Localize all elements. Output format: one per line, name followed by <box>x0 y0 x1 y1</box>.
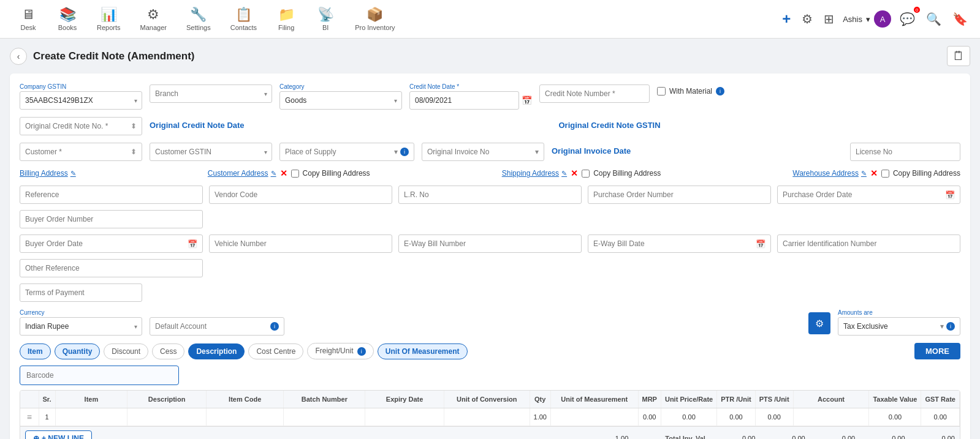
td-batch-number-input[interactable] <box>287 413 361 421</box>
shipping-address-clear-btn[interactable]: ✕ <box>571 168 578 178</box>
customer-address-copy-checkbox[interactable] <box>291 170 299 178</box>
tab-discount[interactable]: Discount <box>104 343 148 359</box>
other-reference-input[interactable] <box>20 259 203 277</box>
bookmark-icon[interactable]: 🔖 <box>950 9 970 29</box>
default-account-input[interactable] <box>155 322 268 331</box>
default-account-info-icon[interactable]: i <box>270 322 279 331</box>
customer-address-clear-btn[interactable]: ✕ <box>280 168 287 178</box>
user-badge[interactable]: Ashis ▾ A <box>843 10 891 28</box>
nav-item-reports[interactable]: 📊 Reports <box>88 3 129 35</box>
td-item-input[interactable] <box>59 413 124 421</box>
tab-cost-centre[interactable]: Cost Centre <box>248 343 303 359</box>
reference-input[interactable] <box>20 186 203 204</box>
td-description-input[interactable] <box>131 413 202 421</box>
td-description[interactable] <box>127 408 207 426</box>
purchase-order-number-input[interactable] <box>593 190 765 199</box>
barcode-input[interactable] <box>20 366 179 385</box>
billing-address-link[interactable]: Billing Address ✎ <box>20 169 76 178</box>
amounts-are-info-icon[interactable]: i <box>946 322 955 331</box>
with-material-info-icon[interactable]: i <box>716 87 724 96</box>
nav-item-books[interactable]: 📚 Books <box>49 3 86 35</box>
with-material-container: With Material i <box>657 87 755 96</box>
original-invoice-no-input[interactable] <box>427 148 533 156</box>
global-settings-icon[interactable]: ⚙ <box>799 9 815 29</box>
add-button[interactable]: + <box>780 8 793 30</box>
avatar: A <box>874 10 891 28</box>
tab-cess[interactable]: Cess <box>152 343 184 359</box>
credit-note-date-input[interactable] <box>409 91 519 110</box>
buyer-order-date-input[interactable] <box>25 239 185 248</box>
warehouse-address-clear-btn[interactable]: ✕ <box>870 168 878 178</box>
nav-item-filing[interactable]: 📁 Filing <box>268 3 305 35</box>
pro-inventory-icon: 📦 <box>367 7 383 23</box>
td-item-code-input[interactable] <box>210 413 280 421</box>
nav-item-manager[interactable]: ⚙ Manager <box>132 3 175 35</box>
warehouse-address-copy-checkbox[interactable] <box>881 170 889 178</box>
place-of-supply-group: ▾ i <box>279 143 414 161</box>
eway-bill-number-input[interactable] <box>398 235 582 253</box>
back-button[interactable]: ‹ <box>10 48 27 65</box>
drag-handle-cell[interactable]: ≡ <box>20 408 39 426</box>
vehicle-number-input[interactable] <box>209 235 392 253</box>
settings-icon: 🔧 <box>190 7 207 23</box>
search-icon[interactable]: 🔍 <box>924 9 944 29</box>
top-nav: 🖥 Desk 📚 Books 📊 Reports ⚙ Manager 🔧 Set… <box>0 0 980 39</box>
freight-unit-info-icon[interactable]: i <box>357 347 366 356</box>
td-unit-of-measurement[interactable] <box>550 408 638 426</box>
nav-item-desk[interactable]: 🖥 Desk <box>10 3 47 35</box>
category-input[interactable] <box>279 91 402 110</box>
terms-of-payment-input[interactable] <box>20 283 142 302</box>
place-supply-info-icon[interactable]: i <box>400 148 409 156</box>
tab-freight-unit[interactable]: Freight/Unit i <box>307 343 373 359</box>
customer-address-link[interactable]: Customer Address ✎ <box>208 169 276 178</box>
license-no-input[interactable] <box>850 143 960 161</box>
vendor-code-input[interactable] <box>209 186 392 204</box>
warehouse-address-link[interactable]: Warehouse Address ✎ <box>792 169 867 178</box>
new-line-button[interactable]: ⊕ + NEW LINE <box>25 430 92 439</box>
grid-icon[interactable]: ⊞ <box>821 9 837 29</box>
buyer-order-number-input[interactable] <box>20 210 203 228</box>
customer-input[interactable] <box>25 148 131 156</box>
nav-label-bi: BI <box>322 24 329 31</box>
td-unit-of-conversion-input[interactable] <box>448 413 526 421</box>
original-credit-note-no-input[interactable] <box>25 122 131 130</box>
tab-item[interactable]: Item <box>20 343 51 359</box>
td-expiry-date-input[interactable] <box>369 413 440 421</box>
td-batch-number[interactable] <box>284 408 365 426</box>
carrier-identification-input[interactable] <box>777 235 960 253</box>
place-of-supply-input[interactable] <box>285 148 392 156</box>
credit-note-number-input[interactable] <box>539 84 650 103</box>
tab-quantity[interactable]: Quantity <box>55 343 101 359</box>
nav-item-contacts[interactable]: 📋 Contacts <box>222 3 265 35</box>
currency-label: Currency <box>20 309 142 316</box>
chat-icon[interactable]: 💬 0 <box>897 9 917 29</box>
td-expiry-date[interactable] <box>365 408 444 426</box>
eway-bill-date-input[interactable] <box>593 239 753 248</box>
currency-input[interactable] <box>20 317 142 336</box>
nav-item-bi[interactable]: 📡 BI <box>307 3 344 35</box>
branch-input[interactable] <box>150 84 272 103</box>
td-item-code[interactable] <box>206 408 284 426</box>
customer-gstin-input[interactable] <box>150 143 272 161</box>
page-info-button[interactable]: 🗒 <box>947 46 970 66</box>
td-item[interactable] <box>55 408 127 426</box>
td-unit-of-conversion[interactable] <box>444 408 530 426</box>
shipping-address-copy-checkbox[interactable] <box>582 170 590 178</box>
more-button[interactable]: MORE <box>914 343 960 359</box>
tab-description[interactable]: Description <box>188 343 245 359</box>
td-unit-of-measurement-input[interactable] <box>555 413 634 421</box>
currency-row: Currency ▾ i ⚙ Amounts are ▾ <box>20 309 960 336</box>
nav-item-pro-inventory[interactable]: 📦 Pro Inventory <box>346 3 403 35</box>
amounts-are-input[interactable] <box>843 322 938 331</box>
nav-item-settings[interactable]: 🔧 Settings <box>178 3 219 35</box>
lr-no-input[interactable] <box>398 186 582 204</box>
with-material-checkbox[interactable] <box>657 87 666 96</box>
shipping-address-link[interactable]: Shipping Address ✎ <box>502 169 567 178</box>
gear-settings-button[interactable]: ⚙ <box>808 312 830 334</box>
td-account-input[interactable] <box>797 413 865 421</box>
purchase-order-date-input[interactable] <box>783 190 943 199</box>
company-gstin-input[interactable] <box>20 91 142 110</box>
td-account[interactable] <box>793 408 869 426</box>
form-row-1: Company GSTIN ▾ ▾ Category ▾ <box>20 83 960 110</box>
tab-unit-of-measurement[interactable]: Unit Of Measurement <box>378 343 468 359</box>
